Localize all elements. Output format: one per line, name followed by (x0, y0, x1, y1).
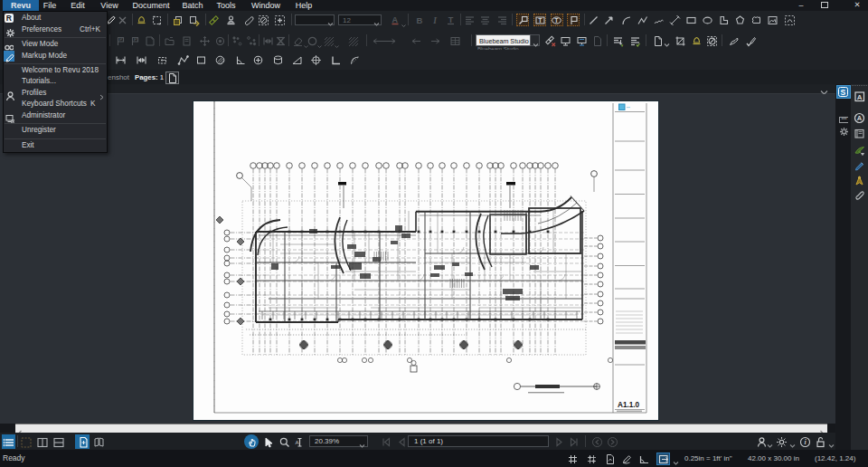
svg-text:T: T (448, 15, 454, 24)
svg-text:▪▪▪: ▪▪▪ (627, 106, 630, 110)
svg-text:***: *** (842, 117, 847, 122)
svg-text:i: i (804, 438, 807, 446)
svg-text:T: T (538, 17, 542, 24)
svg-text:T: T (554, 17, 559, 24)
svg-text:▾: ▾ (621, 42, 624, 47)
svg-text:A: A (392, 15, 399, 24)
svg-text:A: A (857, 93, 863, 101)
svg-text:A1.1.0: A1.1.0 (618, 401, 640, 409)
svg-text:A: A (296, 440, 299, 445)
svg-text:A: A (857, 114, 863, 122)
svg-text:I: I (432, 16, 437, 25)
svg-text:B: B (417, 15, 423, 25)
